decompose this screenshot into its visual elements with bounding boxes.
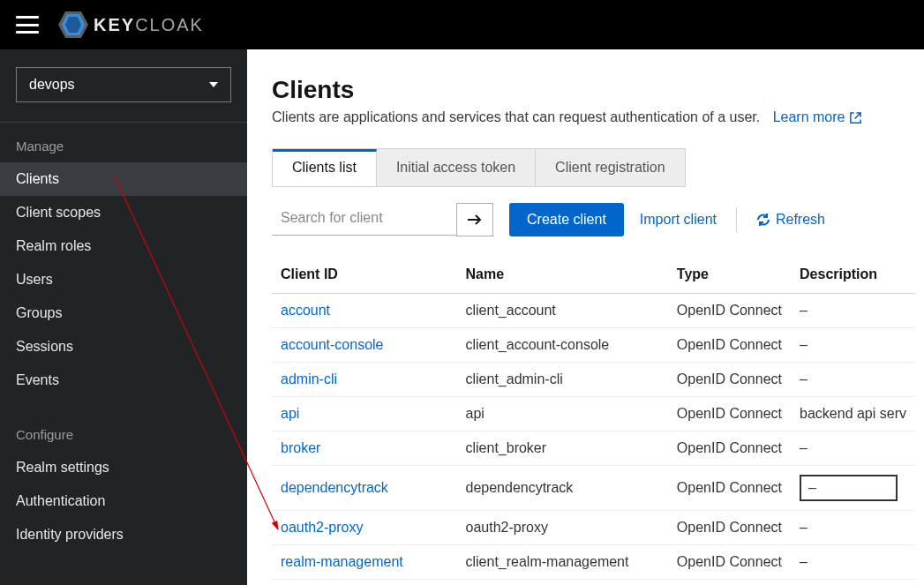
sidebar-section-manage: Manage (0, 131, 247, 162)
client-link[interactable]: realm-management (281, 554, 403, 569)
client-link[interactable]: broker (281, 440, 320, 455)
brand-name-bold: KEY (94, 15, 135, 35)
search-field[interactable] (272, 205, 457, 236)
cell-type: OpenID Connect (668, 431, 791, 466)
toolbar-divider (736, 207, 737, 232)
cell-name: oauth2-proxy (456, 511, 667, 545)
th-description[interactable]: Description (791, 256, 915, 294)
brand-logo[interactable]: KEYCLOAK (58, 11, 204, 38)
cell-client-id: broker (272, 431, 456, 466)
external-link-icon (849, 111, 862, 124)
client-link[interactable]: account (281, 303, 330, 318)
th-client-id[interactable]: Client ID (272, 256, 456, 294)
toolbar: Create client Import client Refresh (272, 203, 915, 236)
cell-name: client_broker (456, 431, 667, 466)
sidebar-divider (0, 122, 247, 123)
table-row: brokerclient_brokerOpenID Connect– (272, 431, 915, 466)
sidebar-item-clients[interactable]: Clients (0, 162, 247, 196)
menu-toggle-icon[interactable] (16, 16, 39, 34)
sidebar-item-events[interactable]: Events (0, 364, 247, 397)
clients-table: Client ID Name Type Description accountc… (272, 256, 915, 580)
sidebar-item-identity-providers[interactable]: Identity providers (0, 518, 247, 551)
refresh-icon (756, 213, 770, 227)
sidebar: devops Manage ClientsClient scopesRealm … (0, 49, 247, 585)
cell-type: OpenID Connect (668, 397, 791, 431)
search-input[interactable] (272, 205, 462, 231)
cell-type: OpenID Connect (668, 466, 791, 511)
cell-type: OpenID Connect (668, 511, 791, 545)
table-row: account-consoleclient_account-consoleOpe… (272, 328, 915, 363)
cell-description: – (791, 328, 915, 363)
realm-selector-value: devops (29, 77, 75, 93)
refresh-button[interactable]: Refresh (756, 212, 825, 228)
table-row: admin-cliclient_admin-cliOpenID Connect– (272, 363, 915, 397)
cell-type: OpenID Connect (668, 363, 791, 397)
cell-name: client_realm-management (456, 545, 667, 580)
th-name[interactable]: Name (456, 256, 667, 294)
sidebar-item-authentication[interactable]: Authentication (0, 484, 247, 518)
cell-client-id: account-console (272, 328, 456, 363)
main-content: Clients Clients are applications and ser… (247, 49, 924, 585)
cell-name: client_admin-cli (456, 363, 667, 397)
cell-client-id: realm-management (272, 545, 456, 580)
sidebar-item-sessions[interactable]: Sessions (0, 330, 247, 364)
tab-initial-access-token[interactable]: Initial access token (377, 149, 536, 186)
sidebar-item-groups[interactable]: Groups (0, 296, 247, 330)
sidebar-item-realm-settings[interactable]: Realm settings (0, 451, 247, 484)
table-row: realm-managementclient_realm-managementO… (272, 545, 915, 580)
keycloak-logo-icon (58, 11, 88, 38)
learn-more-label: Learn more (773, 109, 845, 125)
page-title: Clients (272, 76, 915, 104)
refresh-label: Refresh (776, 212, 825, 228)
cell-client-id: oauth2-proxy (272, 511, 456, 545)
search-submit-button[interactable] (456, 203, 493, 236)
cell-name: client_account (456, 294, 667, 328)
topbar: KEYCLOAK (0, 0, 924, 49)
cell-name: api (456, 397, 667, 431)
create-client-button[interactable]: Create client (509, 203, 624, 236)
cell-client-id: api (272, 397, 456, 431)
cell-name: client_account-console (456, 328, 667, 363)
import-client-button[interactable]: Import client (640, 212, 717, 228)
cell-description: – (791, 511, 915, 545)
cell-client-id: admin-cli (272, 363, 456, 397)
client-link[interactable]: account-console (281, 337, 384, 352)
cell-description: – (791, 545, 915, 580)
cell-client-id: dependencytrack (272, 466, 456, 511)
client-link[interactable]: api (281, 406, 299, 421)
realm-selector[interactable]: devops (16, 67, 231, 102)
client-link[interactable]: admin-cli (281, 371, 337, 386)
cell-description: backend api serv (791, 397, 915, 431)
cell-description: – (791, 363, 915, 397)
chevron-down-icon (209, 82, 218, 87)
sidebar-item-client-scopes[interactable]: Client scopes (0, 196, 247, 229)
cell-description: – (791, 294, 915, 328)
cell-client-id: account (272, 294, 456, 328)
sidebar-item-realm-roles[interactable]: Realm roles (0, 229, 247, 263)
cell-name: dependencytrack (456, 466, 667, 511)
table-row: apiapiOpenID Connectbackend api serv (272, 397, 915, 431)
page-subtitle: Clients are applications and services th… (272, 109, 760, 124)
sidebar-item-users[interactable]: Users (0, 263, 247, 296)
th-type[interactable]: Type (668, 256, 791, 294)
cell-type: OpenID Connect (668, 328, 791, 363)
tabs: Clients listInitial access tokenClient r… (272, 148, 686, 187)
arrow-right-icon (467, 214, 483, 226)
cell-description: – (791, 466, 915, 511)
tab-clients-list[interactable]: Clients list (273, 149, 377, 186)
page-subtitle-row: Clients are applications and services th… (272, 109, 915, 125)
cell-type: OpenID Connect (668, 294, 791, 328)
cell-description: – (791, 431, 915, 466)
cell-type: OpenID Connect (668, 545, 791, 580)
table-row: oauth2-proxyoauth2-proxyOpenID Connect– (272, 511, 915, 545)
client-link[interactable]: oauth2-proxy (281, 520, 363, 535)
table-row: accountclient_accountOpenID Connect– (272, 294, 915, 328)
table-row: dependencytrackdependencytrackOpenID Con… (272, 466, 915, 511)
sidebar-section-configure: Configure (0, 420, 247, 451)
learn-more-link[interactable]: Learn more (773, 109, 862, 125)
client-link[interactable]: dependencytrack (281, 480, 388, 495)
brand-name-thin: CLOAK (135, 15, 204, 35)
tab-client-registration[interactable]: Client registration (536, 149, 685, 186)
